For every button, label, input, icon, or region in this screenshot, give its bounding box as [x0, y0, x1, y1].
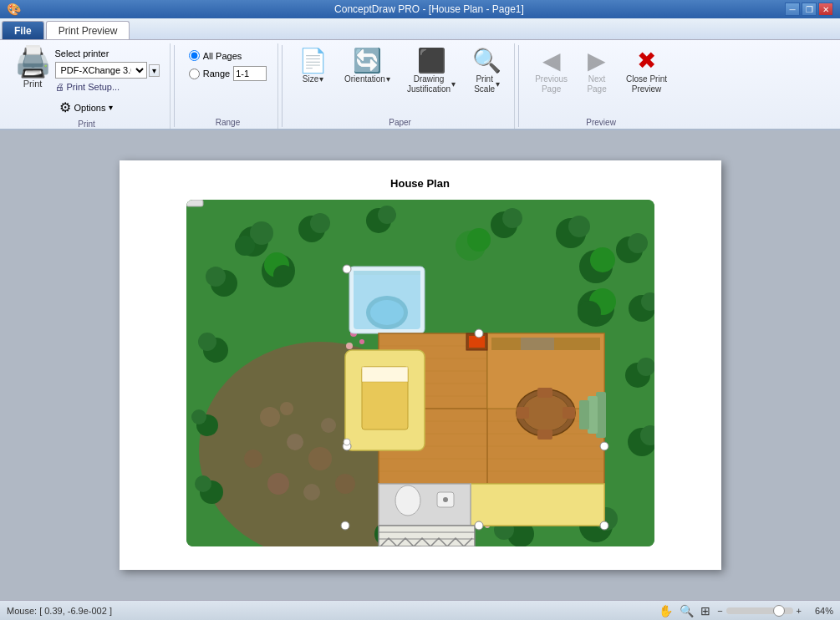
- size-button[interactable]: 📄 Size ▾: [293, 47, 333, 87]
- window-title: ConceptDraw PRO - [House Plan - Page1]: [74, 3, 785, 15]
- preview-group-label: Preview: [586, 116, 616, 127]
- drawing-justification-label: DrawingJustification: [407, 74, 451, 94]
- ribbon-group-range: All Pages Range Range: [178, 43, 278, 129]
- grid-icon[interactable]: ⊞: [700, 604, 710, 617]
- svg-rect-94: [362, 367, 408, 382]
- svg-point-6: [267, 473, 289, 495]
- next-page-button[interactable]: ▶ NextPage: [577, 47, 617, 97]
- svg-rect-88: [537, 429, 552, 440]
- svg-point-5: [244, 450, 262, 468]
- tab-file[interactable]: File: [2, 21, 44, 39]
- svg-point-113: [475, 521, 483, 530]
- zoom-minus-icon[interactable]: −: [717, 606, 722, 616]
- svg-rect-97: [471, 484, 604, 526]
- minimize-button[interactable]: ─: [785, 3, 800, 16]
- print-setup-link[interactable]: 🖨 Print Setup...: [55, 82, 160, 92]
- close-print-preview-icon: ✖: [637, 49, 656, 73]
- svg-point-16: [310, 213, 330, 233]
- svg-point-121: [344, 439, 350, 445]
- ribbon-group-preview: ◀ PreviousPage ▶ NextPage ✖ Close PrintP…: [522, 43, 680, 129]
- drawing-justification-arrow: ▾: [451, 79, 456, 89]
- svg-rect-91: [579, 400, 589, 429]
- svg-point-24: [628, 233, 648, 253]
- next-page-label: NextPage: [587, 74, 606, 94]
- ribbon: 🖨️ Print Select printer PDF-XChange 3.0 …: [0, 40, 840, 130]
- range-input[interactable]: [233, 66, 267, 81]
- svg-point-54: [359, 339, 364, 344]
- print-group-label: Print: [78, 118, 95, 129]
- tab-print-preview[interactable]: Print Preview: [46, 21, 130, 39]
- orientation-button[interactable]: 🔄 Orientation ▾: [339, 47, 396, 87]
- svg-point-11: [280, 402, 293, 415]
- svg-point-45: [206, 267, 226, 287]
- range-group-label: Range: [216, 116, 240, 127]
- svg-rect-82: [521, 338, 554, 350]
- mouse-coords: Mouse: [ 0.39, -6.9e-002 ]: [7, 606, 112, 616]
- svg-point-2: [260, 407, 280, 427]
- svg-point-14: [235, 236, 255, 256]
- svg-rect-98: [379, 484, 471, 526]
- svg-point-43: [198, 333, 216, 351]
- zoom-slider[interactable]: [726, 607, 793, 614]
- svg-point-112: [600, 521, 608, 530]
- svg-point-39: [195, 475, 211, 492]
- svg-point-20: [502, 208, 522, 228]
- window-controls[interactable]: ─ ❐ ✕: [785, 3, 833, 16]
- range-radio[interactable]: [189, 69, 200, 79]
- print-scale-icon: 🔍: [472, 49, 501, 73]
- select-printer-label: Select printer: [55, 48, 160, 58]
- svg-point-84: [522, 394, 569, 431]
- svg-point-114: [341, 521, 349, 530]
- svg-rect-85: [517, 407, 529, 419]
- options-arrow: ▾: [109, 103, 113, 112]
- house-plan-svg: [186, 200, 654, 546]
- zoom-bar: − +: [717, 606, 802, 616]
- title-bar: 🎨 ConceptDraw PRO - [House Plan - Page1]…: [0, 0, 840, 18]
- all-pages-radio-row[interactable]: All Pages: [189, 50, 242, 61]
- ribbon-group-print: 🖨️ Print Select printer PDF-XChange 3.0 …: [3, 43, 171, 129]
- svg-point-99: [395, 485, 420, 516]
- orientation-icon: 🔄: [353, 49, 382, 73]
- zoom-thumb[interactable]: [773, 605, 785, 617]
- previous-page-label: PreviousPage: [535, 74, 568, 94]
- zoom-plus-icon[interactable]: +: [797, 606, 802, 616]
- svg-rect-108: [469, 336, 485, 348]
- hand-tool-icon[interactable]: ✋: [659, 604, 673, 617]
- svg-point-102: [443, 497, 448, 502]
- restore-button[interactable]: ❐: [802, 3, 817, 16]
- svg-point-55: [346, 343, 353, 349]
- svg-point-118: [578, 301, 601, 324]
- svg-point-7: [303, 484, 320, 501]
- previous-page-button[interactable]: ◀ PreviousPage: [529, 47, 573, 97]
- print-scale-button[interactable]: 🔍 PrintScale ▾: [466, 47, 507, 97]
- ribbon-tabs: File Print Preview: [0, 18, 840, 40]
- svg-point-3: [287, 434, 303, 450]
- svg-rect-87: [537, 388, 552, 398]
- printer-icon: 🖨️: [14, 47, 52, 77]
- printer-dropdown[interactable]: PDF-XChange 3.0: [55, 62, 147, 79]
- close-window-button[interactable]: ✕: [818, 3, 833, 16]
- svg-point-52: [590, 247, 615, 272]
- orientation-arrow: ▾: [386, 74, 390, 84]
- options-btn[interactable]: ⚙ Options ▾: [55, 97, 160, 118]
- main-content: House Plan: [0, 130, 840, 600]
- svg-rect-63: [354, 271, 420, 275]
- zoom-fit-icon[interactable]: 🔍: [680, 604, 694, 617]
- svg-point-22: [568, 216, 590, 237]
- status-bar: Mouse: [ 0.39, -6.9e-002 ] ✋ 🔍 ⊞ − + 64%: [0, 600, 840, 620]
- options-label: Options: [74, 103, 106, 113]
- status-right: ✋ 🔍 ⊞ − + 64%: [659, 604, 833, 617]
- print-label[interactable]: Print: [23, 79, 43, 89]
- svg-point-41: [191, 409, 206, 424]
- all-pages-radio[interactable]: [189, 50, 200, 61]
- drawing-justification-button[interactable]: ⬛ DrawingJustification ▾: [401, 47, 461, 97]
- options-button[interactable]: ▾: [149, 64, 160, 77]
- house-plan-image: [186, 200, 654, 546]
- options-icon: ⚙: [59, 99, 71, 115]
- zoom-level: 64%: [808, 606, 833, 616]
- svg-point-8: [335, 474, 355, 494]
- svg-point-48: [273, 265, 293, 285]
- close-print-preview-button[interactable]: ✖ Close PrintPreview: [620, 47, 673, 97]
- range-radio-row[interactable]: Range: [189, 66, 267, 81]
- next-page-icon: ▶: [588, 49, 606, 73]
